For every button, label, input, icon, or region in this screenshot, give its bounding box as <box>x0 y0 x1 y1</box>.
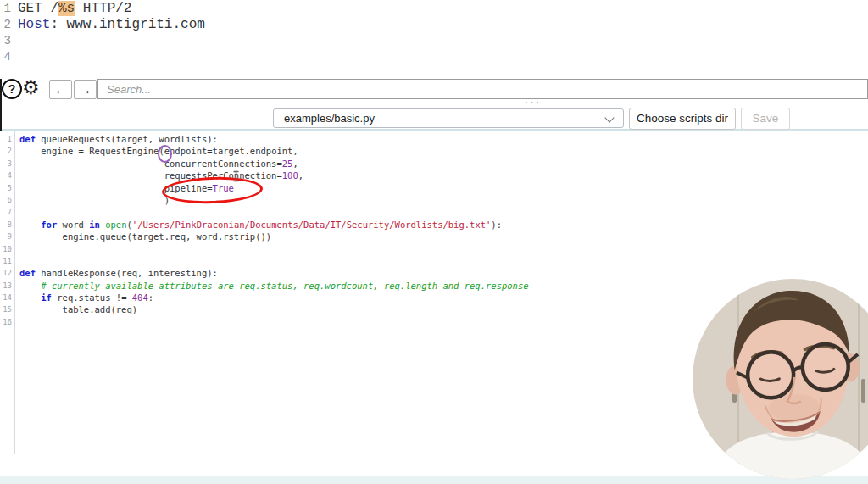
gear-icon[interactable]: ⚙ <box>22 76 40 99</box>
code-line: 4 requestsPerConnection=100, <box>0 170 868 181</box>
code-text: GET /%s HTTP/2 <box>11 1 131 17</box>
line-number: 5 <box>0 182 14 194</box>
code-text: def queueRequests(target, wordlists): <box>14 133 218 145</box>
horizontal-scrollbar-track[interactable] <box>0 476 868 484</box>
chevron-down-icon <box>604 113 614 122</box>
line-number: 12 <box>0 267 14 279</box>
code-line: 11 <box>0 255 868 267</box>
line-number: 11 <box>0 255 14 267</box>
code-line: 2Host: www.intigriti.com <box>0 17 868 33</box>
code-line: 12def handleResponse(req, interesting): <box>0 267 868 279</box>
code-text: engine = RequestEngine(endpoint=target.e… <box>14 145 298 157</box>
code-line: 5 pipeline=True <box>0 182 868 194</box>
line-number: 4 <box>0 170 14 181</box>
code-line: 1def queueRequests(target, wordlists): <box>0 133 868 145</box>
save-button[interactable]: Save <box>741 108 790 130</box>
choose-scripts-dir-button[interactable]: Choose scripts dir <box>629 108 736 130</box>
line-number: 10 <box>0 243 14 255</box>
code-text: table.add(req) <box>14 303 137 315</box>
line-number: 6 <box>0 194 14 206</box>
line-number: 14 <box>0 292 14 303</box>
code-line: 4 <box>0 49 868 65</box>
code-text: if req.status != 404: <box>14 292 153 303</box>
line-number: 15 <box>0 303 14 315</box>
back-arrow-button[interactable]: ← <box>49 80 72 99</box>
code-line: 6 ) <box>0 194 868 206</box>
code-text: concurrentConnections=25, <box>14 158 298 170</box>
request-editor[interactable]: 1GET /%s HTTP/22Host: www.intigriti.com3… <box>0 0 868 78</box>
code-text: # currently available attributes are req… <box>14 280 529 292</box>
code-text: engine.queue(target.req, word.rstrip()) <box>14 231 271 242</box>
script-select[interactable]: examples/basic.py <box>273 108 624 128</box>
search-input[interactable] <box>97 79 868 99</box>
code-line: 3 concurrentConnections=25, <box>0 158 868 170</box>
code-text: def handleResponse(req, interesting): <box>14 267 218 279</box>
turbo-intruder-window: 1GET /%s HTTP/22Host: www.intigriti.com3… <box>0 0 868 484</box>
code-line: 7 <box>0 206 868 218</box>
code-text <box>11 49 18 65</box>
code-line: 10 <box>0 243 868 255</box>
line-number: 2 <box>0 145 14 157</box>
line-number: 13 <box>0 280 14 292</box>
code-text <box>11 33 18 49</box>
code-text: for word in open('/Users/PinkDraconian/D… <box>14 219 502 231</box>
code-line: 3 <box>0 33 868 49</box>
bracket-highlight <box>158 145 172 163</box>
text-cursor-icon <box>232 170 240 182</box>
code-line: 13 # currently available attributes are … <box>0 280 868 292</box>
code-text: ) <box>14 194 170 206</box>
code-text: Host: www.intigriti.com <box>11 17 205 33</box>
line-number: 4 <box>0 49 11 65</box>
scripts-bar: ··· examples/basic.py Choose scripts dir… <box>0 100 868 131</box>
line-number: 1 <box>0 1 11 17</box>
code-gutter-separator <box>14 131 15 454</box>
forward-arrow-button[interactable]: → <box>74 80 97 99</box>
code-line: 8 for word in open('/Users/PinkDraconian… <box>0 219 868 231</box>
splitter-handle[interactable]: ··· <box>504 97 563 107</box>
help-icon[interactable]: ? <box>2 79 22 99</box>
request-gutter-separator <box>14 0 14 74</box>
line-number: 7 <box>0 206 14 218</box>
line-number: 3 <box>0 33 11 49</box>
code-text: requestsPerConnection=100, <box>14 170 303 181</box>
code-line: 9 engine.queue(target.req, word.rstrip()… <box>0 231 868 242</box>
line-number: 9 <box>0 231 14 242</box>
line-number: 16 <box>0 316 14 328</box>
line-number: 1 <box>0 133 14 145</box>
code-line: 2 engine = RequestEngine(endpoint=target… <box>0 145 868 157</box>
line-number: 3 <box>0 158 14 170</box>
line-number: 8 <box>0 219 14 231</box>
code-line: 1GET /%s HTTP/2 <box>0 1 868 17</box>
script-select-value: examples/basic.py <box>284 112 375 125</box>
line-number: 2 <box>0 17 11 33</box>
